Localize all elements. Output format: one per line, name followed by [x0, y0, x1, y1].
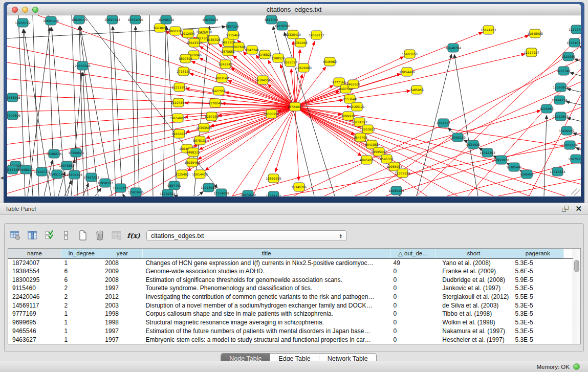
table-cell-title[interactable]: Disruption of a novel member of a sodium…: [143, 301, 390, 310]
graph-node[interactable]: 20897143: [104, 15, 120, 24]
graph-node[interactable]: 13626080: [296, 63, 312, 72]
table-cell-out_degree[interactable]: 0: [390, 335, 435, 344]
graph-node[interactable]: 16258239: [158, 15, 174, 24]
table-cell-pagerank[interactable]: 5.3E-5: [512, 310, 563, 318]
table-row[interactable]: 1830029562008Estimation of significance …: [8, 275, 573, 284]
graph-node[interactable]: 11451147: [49, 170, 65, 179]
table-cell-name[interactable]: 22420046: [8, 293, 61, 301]
canvas-resize-grip[interactable]: [571, 188, 580, 195]
table-cell-short[interactable]: Yano et al. (2008): [435, 258, 512, 267]
graph-node[interactable]: 16958107: [97, 179, 113, 187]
table-cell-title[interactable]: Genome-wide association studies in ADHD.: [143, 267, 390, 276]
graph-node[interactable]: 9242845: [219, 60, 232, 69]
graph-node[interactable]: 8547749: [245, 46, 259, 54]
graph-node[interactable]: 17504806: [7, 111, 20, 120]
table-cell-out_degree[interactable]: 0: [390, 327, 435, 336]
graph-node[interactable]: 11172740: [569, 25, 581, 34]
table-cell-in_degree[interactable]: 2: [61, 293, 102, 301]
function-builder-icon[interactable]: f(x): [128, 230, 139, 241]
graph-node[interactable]: 19218506: [274, 21, 290, 30]
column-header-title[interactable]: title: [143, 249, 390, 258]
graph-node[interactable]: 9245402: [520, 170, 534, 179]
table-row[interactable]: 1872400712008Changes of HCN gene express…: [8, 258, 573, 267]
graph-node[interactable]: 15692971: [559, 126, 575, 135]
table-cell-pagerank[interactable]: 5.3E-5: [512, 284, 563, 293]
graph-node[interactable]: 9875685: [221, 47, 235, 56]
close-panel-icon[interactable]: ✕: [575, 205, 582, 212]
graph-node[interactable]: 12353594: [196, 123, 212, 132]
graph-node[interactable]: 12213393: [171, 83, 187, 92]
graph-node[interactable]: 9329966: [561, 52, 575, 61]
table-cell-pagerank[interactable]: 5.9E-5: [512, 275, 563, 284]
table-row[interactable]: 911546021997Tourette syndrome. Phenomeno…: [8, 284, 573, 293]
graph-node[interactable]: 17359924: [68, 148, 84, 157]
table-cell-pagerank[interactable]: 5.3E-5: [512, 258, 563, 267]
graph-node[interactable]: 8427552: [212, 86, 226, 95]
table-cell-title[interactable]: Investigating the contribution of common…: [143, 293, 390, 301]
graph-node[interactable]: 18799334: [160, 189, 176, 196]
graph-node[interactable]: 7663822: [153, 24, 167, 32]
table-cell-out_degree[interactable]: 0: [390, 318, 435, 327]
scrollbar-thumb[interactable]: [574, 260, 579, 272]
graph-node[interactable]: 12372652: [395, 169, 410, 178]
table-cell-title[interactable]: Estimation of significance thresholds fo…: [143, 275, 390, 284]
graph-node[interactable]: 16914479: [192, 170, 208, 179]
graph-node[interactable]: 20691406: [43, 16, 59, 25]
table-row[interactable]: 977716911998Corpus callosum shape and si…: [8, 310, 573, 318]
graph-node[interactable]: 9170049: [208, 99, 222, 107]
table-cell-out_degree[interactable]: 0: [390, 310, 435, 318]
new-table-icon[interactable]: [77, 230, 89, 241]
table-cell-year[interactable]: 1998: [102, 310, 142, 318]
graph-node[interactable]: 16782753: [113, 184, 128, 192]
table-cell-out_degree[interactable]: 0: [390, 275, 435, 284]
table-cell-out_degree[interactable]: 0: [390, 267, 435, 276]
table-cell-year[interactable]: 2012: [102, 293, 142, 301]
table-cell-in_degree[interactable]: 2: [61, 301, 102, 310]
table-cell-name[interactable]: 9465546: [8, 327, 61, 336]
graph-node[interactable]: 19564050: [127, 15, 143, 24]
table-cell-pagerank[interactable]: 5.3E-5: [512, 318, 563, 327]
table-cell-pagerank[interactable]: 5.5E-5: [512, 293, 563, 301]
graph-node[interactable]: 15345706: [291, 183, 307, 191]
table-cell-year[interactable]: 2008: [102, 275, 142, 284]
column-header-year[interactable]: year: [102, 249, 142, 258]
graph-node[interactable]: 13505115: [67, 170, 82, 179]
graph-node[interactable]: 11675330: [568, 155, 581, 163]
column-header-short[interactable]: short: [435, 249, 512, 258]
table-cell-year[interactable]: 1997: [102, 335, 142, 344]
graph-node[interactable]: 16648784: [445, 43, 461, 52]
graph-node[interactable]: 1588520: [271, 54, 285, 62]
graph-node[interactable]: 8895455: [360, 156, 374, 164]
table-cell-year[interactable]: 2008: [102, 258, 142, 267]
table-row[interactable]: 969969511998Structural magnetic resonanc…: [8, 318, 573, 327]
graph-node[interactable]: 17710334: [550, 167, 565, 176]
graph-node[interactable]: 7125402: [175, 170, 189, 179]
graph-node[interactable]: 9547499: [354, 133, 367, 142]
graph-node[interactable]: 12093872: [553, 83, 569, 92]
graph-node[interactable]: 15718485: [201, 183, 216, 192]
graph-node[interactable]: 2967608: [232, 42, 246, 51]
graph-node[interactable]: 17016504: [562, 141, 578, 149]
graph-node[interactable]: 10985183: [388, 186, 404, 195]
table-selector[interactable]: citations_edges.txt ▲▼: [146, 230, 347, 241]
table-cell-pagerank[interactable]: 5.3E-5: [512, 301, 563, 310]
graph-node[interactable]: 11548908: [527, 29, 543, 38]
graph-node[interactable]: 9634508: [466, 140, 480, 149]
graph-node[interactable]: 19975887: [59, 161, 75, 170]
graph-node[interactable]: 8186328: [207, 35, 221, 44]
graph-node[interactable]: 7857224: [225, 22, 239, 31]
table-cell-title[interactable]: Structural magnetic resonance image aver…: [143, 318, 390, 327]
table-cell-in_degree[interactable]: 6: [61, 275, 102, 284]
table-cell-in_degree[interactable]: 1: [61, 318, 102, 327]
graph-node[interactable]: 9857791: [167, 181, 181, 190]
table-cell-in_degree[interactable]: 6: [61, 267, 102, 276]
graph-node[interactable]: 16305482: [506, 163, 522, 171]
graph-node[interactable]: 15824957: [481, 26, 496, 34]
graph-node[interactable]: 9890394: [179, 54, 192, 63]
table-cell-year[interactable]: 2009: [102, 267, 142, 276]
graph-node[interactable]: 17854496: [399, 68, 415, 76]
table-cell-in_degree[interactable]: 1: [61, 327, 102, 336]
table-row[interactable]: 1456911722003Disruption of a novel membe…: [8, 301, 573, 310]
table-cell-in_degree[interactable]: 1: [61, 258, 102, 267]
graph-node[interactable]: 1364093: [294, 38, 308, 47]
